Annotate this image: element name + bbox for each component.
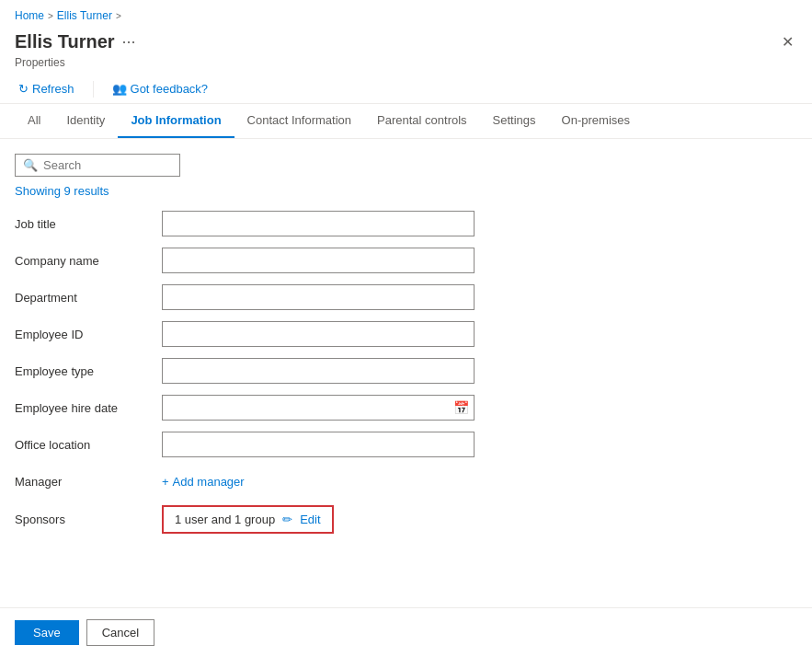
main-content: 🔍 Showing 9 results Job title Company na… bbox=[0, 139, 812, 607]
edit-label: Edit bbox=[300, 513, 320, 526]
input-department[interactable] bbox=[162, 284, 475, 310]
edit-icon: ✏ bbox=[282, 513, 292, 526]
add-manager-label: Add manager bbox=[173, 475, 245, 489]
tabs-bar: All Identity Job Information Contact Inf… bbox=[0, 104, 812, 139]
close-button[interactable]: ✕ bbox=[778, 29, 797, 54]
form-row-sponsors: Sponsors 1 user and 1 group ✏ Edit bbox=[15, 505, 797, 534]
form-row-job-title: Job title bbox=[15, 211, 797, 236]
label-company-name: Company name bbox=[15, 254, 162, 268]
title-row: Ellis Turner ··· ✕ bbox=[0, 26, 812, 56]
label-employee-id: Employee ID bbox=[15, 328, 162, 341]
feedback-icon: 👥 bbox=[112, 82, 127, 96]
page-wrapper: Home > Ellis Turner > Ellis Turner ··· ✕… bbox=[0, 0, 812, 657]
page-title: Ellis Turner bbox=[15, 31, 115, 52]
form-row-office-location: Office location bbox=[15, 432, 797, 457]
breadcrumb: Home > Ellis Turner > bbox=[0, 0, 812, 26]
form-row-company-name: Company name bbox=[15, 248, 797, 273]
ellipsis-menu[interactable]: ··· bbox=[122, 32, 136, 52]
footer: Save Cancel bbox=[0, 607, 812, 657]
cancel-button[interactable]: Cancel bbox=[86, 619, 154, 646]
breadcrumb-sep2: > bbox=[116, 11, 121, 21]
form-row-department: Department bbox=[15, 284, 797, 310]
label-employee-type: Employee type bbox=[15, 364, 162, 378]
search-input[interactable] bbox=[43, 158, 172, 172]
refresh-label: Refresh bbox=[32, 82, 74, 96]
input-hire-date[interactable] bbox=[162, 395, 475, 421]
search-box: 🔍 bbox=[15, 154, 180, 177]
label-hire-date: Employee hire date bbox=[15, 401, 162, 415]
input-employee-type[interactable] bbox=[162, 358, 475, 384]
tab-on-premises[interactable]: On-premises bbox=[549, 104, 643, 138]
tab-settings[interactable]: Settings bbox=[480, 104, 549, 138]
tab-identity[interactable]: Identity bbox=[53, 104, 118, 138]
sponsors-value: 1 user and 1 group bbox=[175, 513, 275, 526]
tab-job-information[interactable]: Job Information bbox=[118, 104, 234, 138]
save-button[interactable]: Save bbox=[15, 620, 79, 645]
input-job-title[interactable] bbox=[162, 211, 475, 236]
tab-contact-information[interactable]: Contact Information bbox=[234, 104, 364, 138]
label-manager: Manager bbox=[15, 475, 162, 489]
refresh-button[interactable]: ↻ Refresh bbox=[15, 80, 78, 98]
form-row-hire-date: Employee hire date 📅 bbox=[15, 395, 797, 421]
add-manager-button[interactable]: + Add manager bbox=[162, 475, 245, 489]
feedback-button[interactable]: 👥 Got feedback? bbox=[109, 80, 212, 98]
edit-sponsors-button[interactable]: Edit bbox=[300, 513, 320, 526]
form-row-employee-id: Employee ID bbox=[15, 321, 797, 347]
breadcrumb-user[interactable]: Ellis Turner bbox=[57, 9, 112, 22]
tab-parental-controls[interactable]: Parental controls bbox=[364, 104, 480, 138]
input-employee-id[interactable] bbox=[162, 321, 475, 347]
label-job-title: Job title bbox=[15, 217, 162, 231]
label-department: Department bbox=[15, 291, 162, 305]
results-count: Showing 9 results bbox=[15, 184, 797, 198]
label-office-location: Office location bbox=[15, 438, 162, 452]
sponsors-box: 1 user and 1 group ✏ Edit bbox=[162, 505, 334, 534]
input-office-location[interactable] bbox=[162, 432, 475, 457]
plus-icon: + bbox=[162, 475, 169, 489]
calendar-icon[interactable]: 📅 bbox=[453, 400, 469, 415]
title-left: Ellis Turner ··· bbox=[15, 31, 136, 52]
form-row-employee-type: Employee type bbox=[15, 358, 797, 384]
form-row-manager: Manager + Add manager bbox=[15, 468, 797, 494]
toolbar: ↻ Refresh 👥 Got feedback? bbox=[0, 75, 812, 104]
input-company-name[interactable] bbox=[162, 248, 475, 273]
properties-label: Properties bbox=[0, 56, 812, 75]
label-sponsors: Sponsors bbox=[15, 513, 162, 526]
breadcrumb-sep1: > bbox=[48, 11, 53, 21]
date-input-wrapper: 📅 bbox=[162, 395, 475, 421]
breadcrumb-home[interactable]: Home bbox=[15, 9, 44, 22]
refresh-icon: ↻ bbox=[18, 82, 29, 96]
search-icon: 🔍 bbox=[23, 158, 38, 172]
feedback-label: Got feedback? bbox=[131, 82, 209, 96]
toolbar-separator bbox=[93, 81, 94, 98]
tab-all[interactable]: All bbox=[15, 104, 53, 138]
